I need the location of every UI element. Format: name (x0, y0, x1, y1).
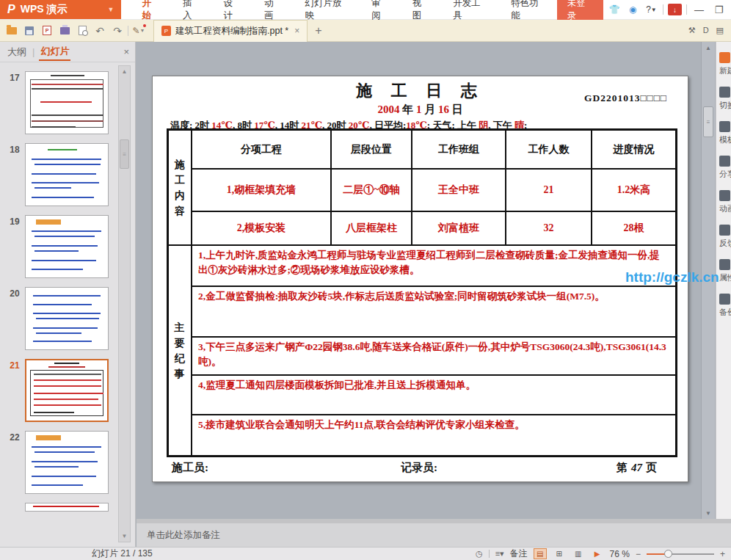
slide-thumbnail[interactable] (25, 359, 109, 422)
undo-icon[interactable]: ↶ (92, 23, 107, 38)
scroll-up-icon[interactable]: ▲ (119, 66, 130, 77)
scroll-up-icon[interactable]: ▲ (702, 42, 715, 54)
panel-icon[interactable]: ▤ (716, 26, 724, 35)
ribbon-tab-开始[interactable]: 开始 (130, 0, 171, 20)
table-header-cell: 进度情况 (592, 130, 676, 169)
notes-toggle-icon[interactable]: ≡▾ (495, 549, 504, 559)
thumbnail-sketch-line (34, 236, 95, 237)
print-icon[interactable] (57, 23, 72, 38)
slide-thumbnail[interactable] (25, 503, 109, 512)
zoom-out-button[interactable]: − (636, 549, 641, 559)
thumbnail-sketch-line (32, 245, 98, 247)
scroll-down-icon[interactable]: ▼ (119, 531, 130, 542)
wps-menu-button[interactable]: P WPS 演示 ▼ (0, 0, 121, 19)
slide-thumbnail-item: 19 (4, 215, 117, 278)
slide-thumbnail-item: 21 (4, 359, 117, 422)
minimize-button[interactable]: — (691, 4, 707, 15)
slide-thumbnail[interactable] (25, 71, 109, 134)
download-icon[interactable]: ↓ (668, 4, 682, 15)
rail-icon (719, 156, 730, 167)
slide-21-editing-surface[interactable]: 施 工 日 志 GD2201013□□□□ 2004 年 1 月 16 日 温度… (152, 76, 688, 482)
zoom-slider[interactable] (647, 553, 714, 555)
status-bar: 幻灯片 21 / 135 ◷ ≡▾ 备注 ▤ ⊞ ▥ ▶ 76 % − + (0, 547, 731, 560)
rail-item-动画[interactable]: 动画 (719, 190, 731, 214)
scroll-down-icon[interactable]: ▼ (702, 507, 715, 519)
login-button[interactable]: 未登录 (557, 0, 603, 20)
thumbnail-sketch-line (32, 88, 103, 90)
slide-thumbnail[interactable] (25, 287, 109, 350)
rail-item-反馈[interactable]: 反馈 (719, 225, 731, 249)
rail-item-分享[interactable]: 分享 (719, 156, 731, 180)
thumbnail-sketch-line (32, 120, 103, 122)
ribbon-tab-动画[interactable]: 动画 (252, 0, 294, 20)
rail-item-模板[interactable]: 模板 (719, 121, 731, 145)
redo-icon[interactable]: ↷ (110, 23, 125, 38)
thumbnail-sketch-line (51, 75, 84, 76)
slide-thumbnail[interactable] (25, 143, 109, 206)
ribbon-tab-审阅[interactable]: 审阅 (360, 0, 401, 20)
table-data-cell: 二层①~⑩轴 (331, 169, 412, 211)
ribbon-tab-设计[interactable]: 设计 (211, 0, 252, 20)
help-icon[interactable]: ?▼ (644, 3, 658, 16)
slide-thumbnail-item: 20 (4, 287, 117, 350)
ribbon-tab-开发工具[interactable]: 开发工具 (441, 0, 499, 20)
restore-button[interactable]: ❐ (711, 4, 727, 15)
tab-outline[interactable]: 大纲 (6, 44, 28, 60)
table-data-cell: 2,模板安装 (192, 211, 331, 245)
memo-entry: 1,上午九时许,质监站金永鸿工程师与驻场专业监理夏绍工程师到二层检查砌砖质量;金… (192, 245, 676, 286)
date-segment: 月 (421, 103, 438, 115)
zoom-in-button[interactable]: + (720, 549, 725, 559)
slides-panel-scrollbar[interactable]: ▲ ≡ ▼ (118, 65, 131, 542)
ribbon-tab-插入[interactable]: 插入 (171, 0, 212, 20)
notes-toggle-label[interactable]: 备注 (510, 548, 528, 560)
slide-thumbnail[interactable] (25, 215, 109, 278)
thumbnail-sketch-line (36, 318, 99, 319)
title-bar: P WPS 演示 ▼ 开始插入设计动画幻灯片放映审阅视图开发工具特色功能 未登录… (0, 0, 731, 20)
history-icon[interactable]: ◷ (476, 549, 483, 559)
rail-icon (719, 294, 730, 305)
zoom-slider-handle[interactable] (664, 550, 672, 558)
ribbon-tab-特色功能[interactable]: 特色功能 (499, 0, 557, 20)
slide-sorter-view-button[interactable]: ⊞ (553, 548, 566, 559)
construction-log-table: 施工内容分项工程层段位置工作班组工作人数进度情况1,砌框架填充墙二层①~⑩轴王全… (167, 128, 677, 457)
skin-icon[interactable]: 👕 (608, 3, 622, 16)
ribbon-tab-视图[interactable]: 视图 (401, 0, 442, 20)
thumbnail-sketch-line (36, 332, 81, 334)
slide-thumbnail[interactable] (25, 431, 109, 494)
close-tab-icon[interactable]: × (293, 26, 301, 36)
tab-slides[interactable]: 幻灯片 (39, 43, 70, 61)
rail-item-新建[interactable]: 新建 (719, 52, 731, 76)
reading-view-button[interactable]: ▥ (572, 548, 585, 559)
slide-thumbnail-item: 22 (4, 431, 117, 494)
ribbon-tab-幻灯片放映[interactable]: 幻灯片放映 (293, 0, 360, 20)
date-segment: 年 (399, 103, 416, 115)
slideshow-button[interactable]: ▶ (591, 548, 604, 559)
rail-label: 切换 (719, 100, 731, 111)
divider (686, 4, 687, 15)
eye-protect-icon[interactable]: ◉ (626, 3, 640, 16)
notes-area[interactable]: 单击此处添加备注 (137, 519, 731, 547)
table-data-cell: 王全中班 (412, 169, 506, 211)
scrollbar-thumb[interactable]: ≡ (120, 139, 129, 169)
print-preview-icon[interactable] (75, 23, 90, 38)
format-painter-icon[interactable]: ✎▼ (131, 23, 146, 38)
rail-item-备份[interactable]: 备份 (719, 294, 731, 318)
normal-view-button[interactable]: ▤ (534, 548, 547, 559)
slide-canvas[interactable]: 施 工 日 志 GD2201013□□□□ 2004 年 1 月 16 日 温度… (137, 42, 701, 519)
scrollbar-thumb[interactable]: ≡ (703, 106, 713, 137)
close-panel-icon[interactable]: × (123, 46, 129, 57)
tools-icon[interactable]: ⚒ (688, 26, 696, 35)
open-file-icon[interactable] (4, 23, 19, 38)
ink-icon[interactable]: D (703, 26, 709, 35)
new-tab-button[interactable]: + (308, 24, 329, 37)
slide-counter: 幻灯片 21 / 135 (92, 548, 153, 560)
thumbnail-sketch-line (32, 446, 101, 448)
rail-icon (719, 190, 730, 201)
rail-icon (719, 87, 730, 98)
export-pdf-icon[interactable]: P (40, 23, 54, 38)
document-tab[interactable]: P 建筑工程资料编制指南.ppt * × (153, 20, 308, 42)
thumbnail-sketch-line (34, 250, 79, 252)
save-icon[interactable] (22, 23, 37, 38)
rail-item-切换[interactable]: 切换 (719, 87, 731, 111)
rail-item-属性[interactable]: 属性 (719, 259, 731, 283)
